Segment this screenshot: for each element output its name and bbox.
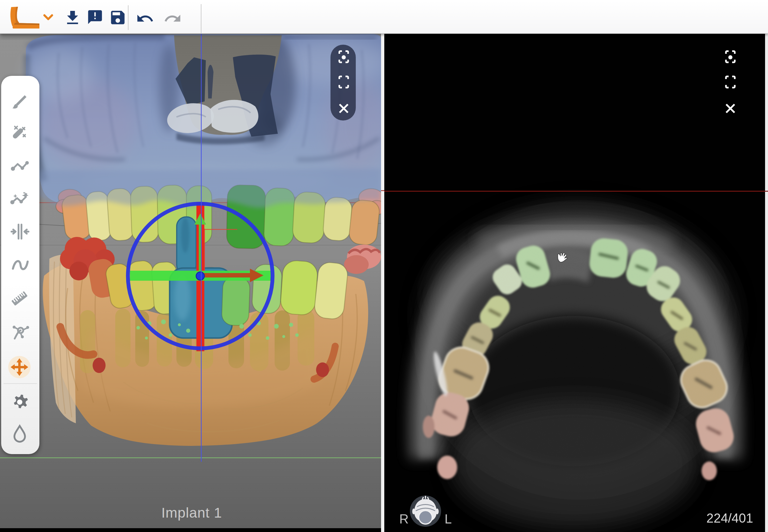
svg-text:L: L: [445, 512, 452, 526]
svg-text:224/401: 224/401: [706, 511, 753, 525]
svg-text:R: R: [399, 512, 409, 526]
